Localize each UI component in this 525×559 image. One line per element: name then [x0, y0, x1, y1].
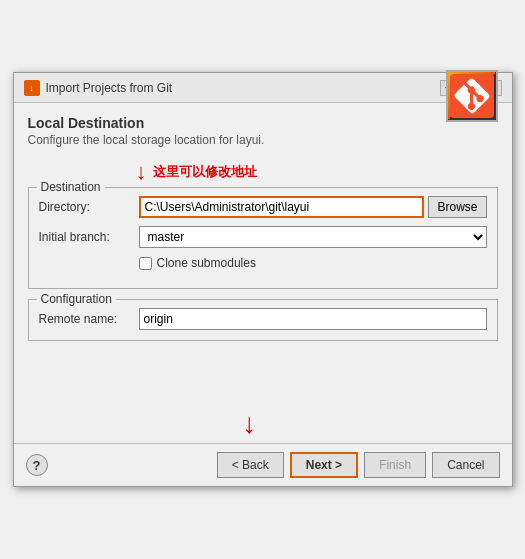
footer: ↓ ? < Back Next > Finish Cancel [14, 443, 512, 486]
title-bar: ↓ Import Projects from Git ─ □ ✕ [14, 73, 512, 103]
annotation-arrow-up: ↓ [136, 159, 147, 185]
destination-group-title: Destination [37, 180, 105, 194]
title-bar-left: ↓ Import Projects from Git [24, 80, 173, 96]
back-button[interactable]: < Back [217, 452, 284, 478]
spacer [28, 351, 498, 431]
initial-branch-select[interactable]: master [139, 226, 487, 248]
next-button[interactable]: Next > [290, 452, 358, 478]
section-desc: Configure the local storage location for… [28, 133, 498, 147]
section-title: Local Destination [28, 115, 498, 131]
finish-button[interactable]: Finish [364, 452, 426, 478]
dialog-icon: ↓ [24, 80, 40, 96]
annotation-text: 这里可以修改地址 [153, 163, 257, 181]
initial-branch-label: Initial branch: [39, 230, 139, 244]
configuration-group-title: Configuration [37, 292, 116, 306]
remote-name-input[interactable] [139, 308, 487, 330]
dialog-title: Import Projects from Git [46, 81, 173, 95]
main-content: Local Destination Configure the local st… [14, 103, 512, 443]
destination-group: Destination Directory: Browse Initial br… [28, 187, 498, 289]
remote-name-label: Remote name: [39, 312, 139, 326]
clone-submodules-label: Clone submodules [157, 256, 256, 270]
directory-row: Directory: Browse [39, 196, 487, 218]
clone-submodules-checkbox[interactable] [139, 257, 152, 270]
clone-submodules-row: Clone submodules [39, 256, 487, 270]
git-logo [446, 70, 498, 122]
remote-name-row: Remote name: [39, 308, 487, 330]
browse-button[interactable]: Browse [428, 196, 486, 218]
import-dialog: ↓ Import Projects from Git ─ □ ✕ [13, 72, 513, 487]
cancel-button[interactable]: Cancel [432, 452, 499, 478]
configuration-group: Configuration Remote name: [28, 299, 498, 341]
directory-label: Directory: [39, 200, 139, 214]
initial-branch-row: Initial branch: master [39, 226, 487, 248]
footer-left: ? [26, 454, 48, 476]
directory-input[interactable] [139, 196, 425, 218]
help-button[interactable]: ? [26, 454, 48, 476]
footer-right: < Back Next > Finish Cancel [217, 452, 500, 478]
